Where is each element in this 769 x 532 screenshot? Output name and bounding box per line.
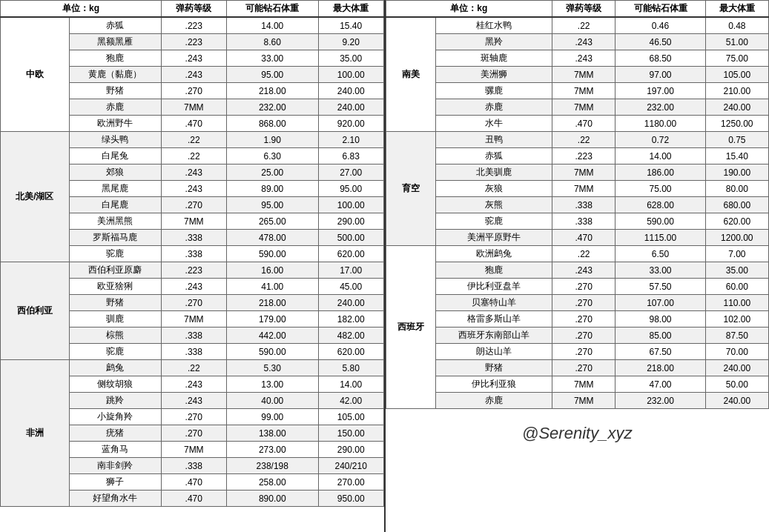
diamond-weight: 85.00 — [615, 327, 705, 344]
ammo-value: .470 — [162, 491, 227, 507]
max-weight: 35.00 — [318, 50, 383, 67]
ammo-value: .338 — [552, 213, 615, 230]
diamond-weight: 97.00 — [615, 67, 705, 83]
ammo-value: .470 — [552, 230, 615, 246]
table-row: 格雷多斯山羊.27098.00102.00 — [386, 311, 769, 327]
table-row: 育空丑鸭.220.720.75 — [386, 132, 769, 148]
max-weight: 60.00 — [705, 279, 768, 295]
table-row: 中欧赤狐.22314.0015.40 — [1, 17, 384, 34]
ammo-value: .270 — [552, 344, 615, 360]
ammo-value: .270 — [552, 295, 615, 311]
animal-name: 狍鹿 — [435, 262, 552, 279]
animal-name: 蓝角马 — [69, 442, 161, 458]
max-weight: 950.00 — [318, 491, 383, 507]
ammo-value: .243 — [162, 50, 227, 67]
animal-name: 西班牙东南部山羊 — [435, 327, 552, 344]
diamond-weight: 442.00 — [226, 327, 318, 344]
max-weight: 1250.00 — [705, 116, 768, 132]
table-row: 朗达山羊.27067.5070.00 — [386, 344, 769, 360]
diamond-weight: 25.00 — [226, 164, 318, 181]
animal-name: 跳羚 — [69, 393, 161, 409]
diamond-weight: 590.00 — [615, 213, 705, 230]
max-weight: 620.00 — [318, 246, 383, 262]
diamond-weight: 68.50 — [615, 50, 705, 67]
table-row: 北美/湖区绿头鸭.221.902.10 — [1, 132, 384, 148]
diamond-weight: 138.00 — [226, 425, 318, 442]
diamond-weight: 218.00 — [226, 295, 318, 311]
left-table: 单位：kg 弹药等级 可能钻石体重 最大体重 中欧赤狐.22314.0015.4… — [0, 0, 384, 507]
animal-name: 郊狼 — [69, 164, 161, 181]
table-row: 伊比利亚狼7MM47.0050.00 — [386, 376, 769, 393]
max-weight: 240.00 — [705, 360, 768, 376]
diamond-weight: 14.00 — [226, 17, 318, 34]
diamond-weight: 0.46 — [615, 17, 705, 34]
max-weight: 270.00 — [318, 474, 383, 491]
diamond-weight: 478.00 — [226, 230, 318, 246]
ammo-value: .22 — [162, 148, 227, 164]
animal-name: 驼鹿 — [69, 246, 161, 262]
diamond-weight: 0.72 — [615, 132, 705, 148]
table-row: 伊比利亚盘羊.27057.5060.00 — [386, 279, 769, 295]
diamond-weight: 95.00 — [226, 67, 318, 83]
diamond-weight: 40.00 — [226, 393, 318, 409]
table-row: 灰熊.338628.00680.00 — [386, 197, 769, 213]
table-row: 骡鹿7MM197.00210.00 — [386, 83, 769, 99]
diamond-weight: 1180.00 — [615, 116, 705, 132]
region-cell: 南美 — [386, 17, 435, 132]
diamond-weight: 98.00 — [615, 311, 705, 327]
animal-name: 赤鹿 — [435, 99, 552, 116]
max-weight: 0.75 — [705, 132, 768, 148]
table-row: 美洲狮7MM97.00105.00 — [386, 67, 769, 83]
max-weight: 9.20 — [318, 34, 383, 50]
ammo-value: 7MM — [552, 67, 615, 83]
diamond-weight: 8.60 — [226, 34, 318, 50]
max-weight: 110.00 — [705, 295, 768, 311]
diamond-weight: 75.00 — [615, 181, 705, 197]
max-weight: 27.00 — [318, 164, 383, 181]
ammo-value: .223 — [162, 34, 227, 50]
ammo-value: .270 — [162, 295, 227, 311]
diamond-weight: 232.00 — [615, 99, 705, 116]
animal-name: 赤狐 — [435, 148, 552, 164]
max-weight: 150.00 — [318, 425, 383, 442]
diamond-weight: 107.00 — [615, 295, 705, 311]
animal-name: 赤鹿 — [435, 393, 552, 409]
ammo-value: 7MM — [552, 376, 615, 393]
animal-name: 灰熊 — [435, 197, 552, 213]
table-row: 西班牙欧洲鹧兔.226.507.00 — [386, 246, 769, 262]
animal-name: 疣猪 — [69, 425, 161, 442]
table-row: 赤鹿7MM232.00240.00 — [386, 393, 769, 409]
animal-name: 美洲平原野牛 — [435, 230, 552, 246]
max-weight: 87.50 — [705, 327, 768, 344]
animal-name: 桂红水鸭 — [435, 17, 552, 34]
diamond-weight: 33.00 — [615, 262, 705, 279]
ammo-value: 7MM — [552, 164, 615, 181]
ammo-value: .270 — [552, 279, 615, 295]
diamond-weight: 273.00 — [226, 442, 318, 458]
max-weight: 240.00 — [318, 83, 383, 99]
region-cell: 西伯利亚 — [1, 262, 70, 360]
diamond-weight: 232.00 — [226, 99, 318, 116]
max-weight: 0.48 — [705, 17, 768, 34]
max-weight: 290.00 — [318, 213, 383, 230]
left-diamond-header: 可能钻石体重 — [226, 1, 318, 18]
animal-name: 美洲黑熊 — [69, 213, 161, 230]
max-weight: 14.00 — [318, 376, 383, 393]
diamond-weight: 590.00 — [226, 344, 318, 360]
animal-name: 欧洲鹧兔 — [435, 246, 552, 262]
max-weight: 15.40 — [705, 148, 768, 164]
ammo-value: .270 — [552, 360, 615, 376]
animal-name: 狍鹿 — [69, 50, 161, 67]
table-row: 斑轴鹿.24368.5075.00 — [386, 50, 769, 67]
max-weight: 290.00 — [318, 442, 383, 458]
max-weight: 210.00 — [705, 83, 768, 99]
ammo-value: .338 — [162, 344, 227, 360]
animal-name: 北美驯鹿 — [435, 164, 552, 181]
max-weight: 80.00 — [705, 181, 768, 197]
ammo-value: .270 — [552, 311, 615, 327]
max-weight: 75.00 — [705, 50, 768, 67]
ammo-value: 7MM — [552, 99, 615, 116]
ammo-value: .338 — [162, 327, 227, 344]
max-weight: 482.00 — [318, 327, 383, 344]
animal-name: 赤狐 — [69, 17, 161, 34]
